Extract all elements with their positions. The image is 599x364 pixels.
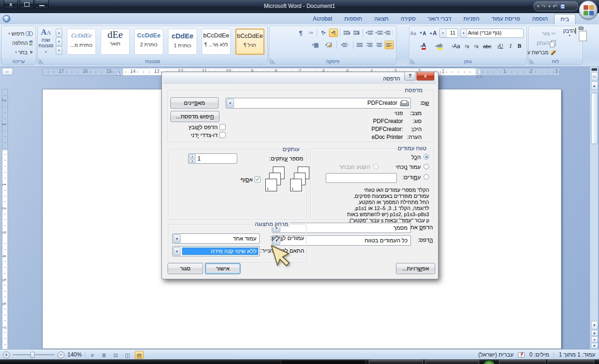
taskbar-button[interactable] bbox=[425, 360, 479, 364]
scrollbar-thumb[interactable] bbox=[591, 93, 598, 144]
style-heading1[interactable]: cDdEe כותרת 1 bbox=[168, 29, 197, 55]
align-right-button[interactable] bbox=[385, 41, 394, 49]
font-size-combo[interactable]: 11 ▼ bbox=[439, 29, 458, 38]
scroll-up-icon[interactable]: ▲ bbox=[591, 81, 598, 90]
print-to-file-checkbox[interactable] bbox=[219, 124, 226, 130]
ltr-direction-button[interactable]: ▸¶ bbox=[319, 29, 328, 37]
close-button[interactable]: סגור bbox=[168, 263, 203, 274]
taskbar-button[interactable] bbox=[281, 360, 366, 364]
previous-page-icon[interactable]: ▲ bbox=[591, 330, 598, 336]
justify-button[interactable] bbox=[355, 41, 364, 49]
proofing-status-icon[interactable] bbox=[518, 352, 525, 357]
view-ruler-toggle-icon[interactable]: ▭ bbox=[591, 72, 598, 80]
undo-icon[interactable]: ↶ bbox=[553, 4, 557, 9]
range-pages-radio[interactable] bbox=[424, 174, 429, 180]
scroll-down-icon[interactable]: ▼ bbox=[591, 321, 598, 329]
tab-selector-button[interactable]: ⌐ bbox=[2, 68, 13, 75]
borders-button[interactable]: ▦▾ bbox=[309, 41, 321, 49]
copies-count-spinner[interactable]: ▲▼ 1 bbox=[188, 153, 237, 164]
change-styles-button[interactable]: AA שנה סגנונות ▾ bbox=[38, 28, 54, 57]
numbering-button[interactable]: 12▾ bbox=[375, 29, 384, 37]
font-name-combo[interactable]: Arial (גוף עברי) ▼ bbox=[460, 29, 524, 38]
spinner-arrows-icon[interactable]: ▲▼ bbox=[189, 154, 196, 163]
status-word-count[interactable]: מילים: 0 bbox=[529, 351, 549, 358]
save-icon[interactable] bbox=[560, 4, 565, 9]
select-button[interactable]: ➤ בחר▾ bbox=[15, 48, 33, 57]
styles-gallery-more-icon[interactable]: ▼ bbox=[56, 46, 62, 55]
tab-insert[interactable]: הוספה bbox=[526, 14, 554, 24]
tab-mailings[interactable]: דברי דואר bbox=[422, 14, 457, 24]
paste-button[interactable]: הדבק ▾ bbox=[559, 28, 580, 58]
tab-references[interactable]: הפניות bbox=[457, 14, 485, 24]
font-name-dropdown-icon[interactable]: ▼ bbox=[460, 29, 467, 37]
printer-properties-button[interactable]: מאפיינים bbox=[170, 97, 219, 109]
bold-button[interactable]: B bbox=[515, 41, 524, 51]
highlight-button[interactable]: ab▾ bbox=[432, 41, 446, 51]
select-browse-object-icon[interactable]: ● bbox=[591, 336, 598, 342]
view-web-layout-icon[interactable]: ⊡ bbox=[111, 351, 120, 359]
style-no-spacing[interactable]: bCcDdEe ללא מר... ¶ bbox=[202, 29, 231, 55]
cut-button[interactable]: ✂ גזור bbox=[542, 29, 556, 38]
start-button[interactable] bbox=[483, 360, 495, 364]
increase-indent-button[interactable]: ◂ bbox=[342, 29, 351, 37]
range-current-radio[interactable] bbox=[424, 164, 429, 169]
view-print-layout-icon[interactable]: ▤ bbox=[135, 351, 144, 359]
replace-button[interactable]: abac החלפה bbox=[12, 38, 33, 47]
view-draft-icon[interactable]: ≡ bbox=[88, 351, 97, 359]
shrink-font-button[interactable]: A▼ bbox=[418, 29, 427, 38]
print-dialog-titlebar[interactable]: הדפסה bbox=[163, 73, 437, 84]
find-printer-button[interactable]: חיפוש מדפסת... bbox=[170, 111, 219, 122]
grow-font-button[interactable]: A▲ bbox=[428, 29, 438, 38]
style-heading2[interactable]: CcDdEe כותרת 2 bbox=[134, 29, 163, 55]
view-fullscreen-reading-icon[interactable]: ◫ bbox=[123, 351, 132, 359]
manual-duplex-checkbox[interactable] bbox=[219, 132, 226, 138]
rtl-direction-button[interactable]: ¶◂ bbox=[329, 29, 338, 37]
right-indent-icon[interactable] bbox=[477, 76, 482, 78]
tab-review[interactable]: סקירה bbox=[394, 14, 422, 24]
range-all-radio[interactable] bbox=[424, 154, 429, 160]
undo-dropdown-icon[interactable]: ▾ bbox=[548, 5, 550, 8]
printer-name-dropdown-icon[interactable]: ▼ bbox=[226, 99, 234, 108]
tab-page-layout[interactable]: פריסת עמוד bbox=[485, 14, 526, 24]
zoom-in-icon[interactable]: + bbox=[3, 351, 10, 358]
zoom-slider-thumb[interactable] bbox=[30, 352, 35, 358]
change-case-button[interactable]: Aa▾ bbox=[450, 41, 462, 51]
strikethrough-button[interactable]: abc bbox=[482, 41, 493, 51]
taskbar-button[interactable] bbox=[548, 360, 594, 364]
select-dropdown-icon[interactable]: ▾ bbox=[15, 51, 17, 54]
styles-dialog-launcher-icon[interactable] bbox=[39, 59, 44, 64]
highlight-dropdown-icon[interactable]: ▾ bbox=[435, 44, 437, 48]
next-page-icon[interactable]: ▼ bbox=[591, 343, 598, 349]
scale-to-paper-dropdown-icon[interactable]: ▼ bbox=[173, 247, 181, 255]
collate-checkbox[interactable] bbox=[255, 176, 261, 182]
line-spacing-button[interactable]: ↕▾ bbox=[339, 41, 351, 49]
vertical-ruler[interactable]: 211234567 bbox=[2, 89, 8, 349]
styles-scroll-down-icon[interactable]: ▼ bbox=[56, 37, 62, 46]
pages-input[interactable] bbox=[326, 173, 397, 183]
scale-to-paper-combo[interactable]: ללא שינוי קנה מידה ▼ bbox=[172, 246, 260, 256]
clipboard-dialog-launcher-icon[interactable] bbox=[530, 59, 534, 64]
qat-customize-icon[interactable]: ▾ bbox=[537, 5, 539, 8]
superscript-button[interactable]: x2 bbox=[463, 41, 471, 51]
taskbar-button[interactable] bbox=[499, 360, 546, 364]
view-outline-icon[interactable]: ≣ bbox=[100, 351, 109, 359]
find-dropdown-icon[interactable]: ▾ bbox=[8, 32, 10, 36]
font-size-dropdown-icon[interactable]: ▼ bbox=[440, 29, 446, 37]
bullets-button[interactable]: ⋮▾ bbox=[385, 29, 394, 37]
tab-acrobat[interactable]: Acrobat bbox=[307, 14, 338, 24]
align-left-button[interactable] bbox=[365, 41, 374, 49]
styles-scroll-up-icon[interactable]: ▲ bbox=[56, 29, 62, 37]
printer-name-combo[interactable]: PDFCreator ▼ bbox=[226, 98, 411, 109]
sort-button[interactable]: AZ↓ bbox=[306, 29, 315, 37]
dialog-close-button[interactable]: x bbox=[416, 72, 434, 80]
split-handle[interactable] bbox=[592, 68, 597, 71]
left-margin-indent-icon[interactable] bbox=[116, 72, 120, 75]
style-title[interactable]: dEe תואר bbox=[101, 29, 130, 55]
vertical-scrollbar[interactable]: ▭ ▲ ▼ ▲ ● ▼ bbox=[590, 67, 599, 349]
change-case-dropdown-icon[interactable]: ▾ bbox=[452, 44, 453, 48]
taskbar-button[interactable] bbox=[369, 360, 423, 364]
copy-button[interactable]: העתק bbox=[537, 38, 556, 48]
pages-per-sheet-combo[interactable]: עמוד אחד ▼ bbox=[172, 233, 260, 244]
find-button[interactable]: חיפוש▾ bbox=[8, 29, 33, 38]
zoom-level[interactable]: 140% bbox=[67, 351, 82, 358]
